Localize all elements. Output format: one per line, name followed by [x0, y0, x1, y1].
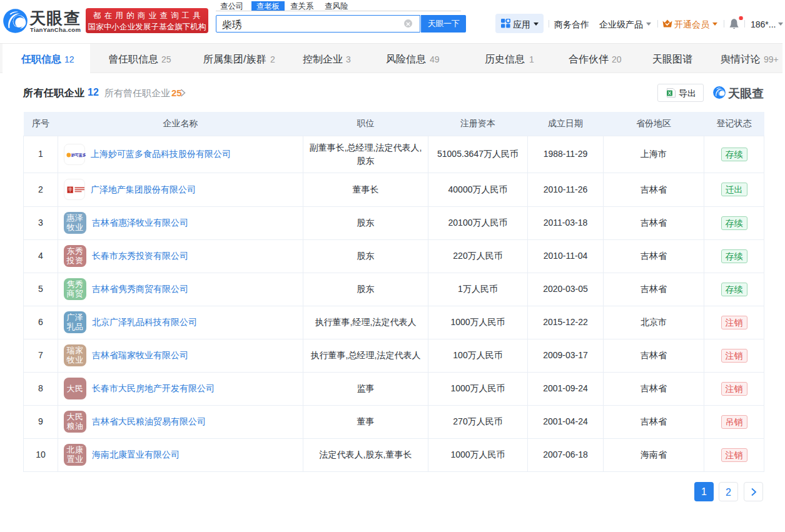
svg-text:妙可蓝多: 妙可蓝多: [71, 153, 86, 158]
